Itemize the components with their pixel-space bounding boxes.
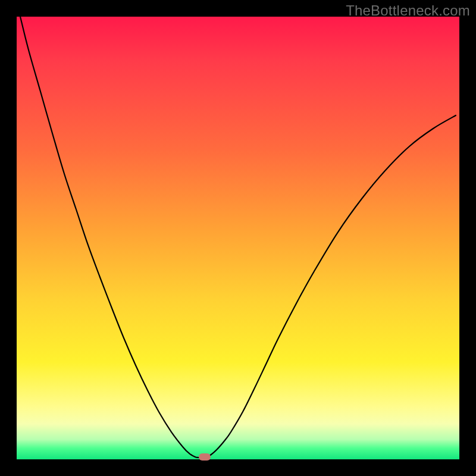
chart-frame: TheBottleneck.com [0,0,476,476]
curve-path [20,17,456,458]
bottleneck-curve [17,17,459,459]
minimum-marker [199,453,211,461]
plot-area [17,17,459,459]
